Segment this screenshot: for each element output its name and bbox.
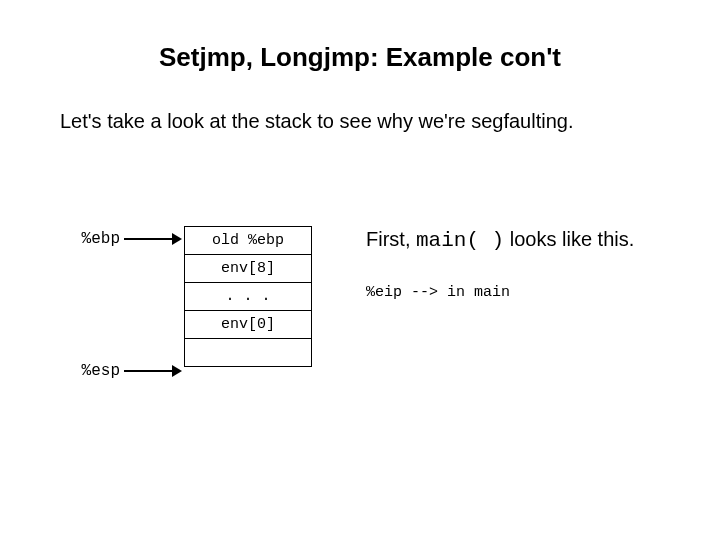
esp-arrow-icon [124,364,182,378]
stack-cell: old %ebp [184,226,312,255]
svg-marker-3 [172,365,182,377]
ebp-arrow-icon [124,232,182,246]
stack-cell: env[8] [184,254,312,283]
stack-cell: env[0] [184,310,312,339]
stack-table: old %ebp env[8] . . . env[0] [184,226,312,367]
slide-subtitle: Let's take a look at the stack to see wh… [60,110,680,133]
note-eip: %eip --> in main [366,284,510,301]
stack-cell: . . . [184,282,312,311]
stack-cell [184,338,312,367]
note-first-code: main( ) [416,229,504,252]
note-first-prefix: First, [366,228,416,250]
note-first-suffix: looks like this. [504,228,634,250]
slide: Setjmp, Longjmp: Example con't Let's tak… [0,0,720,540]
note-first: First, main( ) looks like this. [366,228,634,252]
esp-label: %esp [70,362,120,380]
svg-marker-1 [172,233,182,245]
ebp-label: %ebp [70,230,120,248]
slide-title: Setjmp, Longjmp: Example con't [0,42,720,73]
